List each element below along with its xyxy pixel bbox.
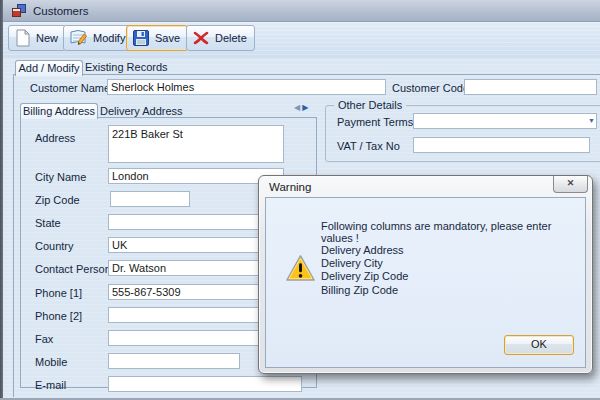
tab-scroll-left-icon[interactable]: ◀ (294, 103, 302, 112)
tab-add-modify[interactable]: Add / Modify (15, 60, 83, 76)
missing-column-item: Delivery Zip Code (321, 270, 408, 283)
tab-scroll-right-icon[interactable]: ▶ (302, 103, 310, 112)
warning-dialog: Warning ✕ Following columns are mandator… (258, 175, 593, 374)
app-form-icon (12, 4, 27, 17)
delete-button[interactable]: Delete (186, 25, 255, 51)
city-name-label: City Name (35, 171, 86, 183)
zip-code-label: Zip Code (35, 194, 80, 206)
warning-triangle-icon (285, 254, 316, 283)
ok-button[interactable]: OK (504, 335, 574, 355)
vat-tax-label: VAT / Tax No (337, 140, 400, 152)
customer-code-label: Customer Code (392, 82, 469, 94)
phone1-label: Phone [1] (35, 287, 82, 299)
email-label: E-mail (35, 379, 66, 391)
customers-window: { "window": { "title": "Customers" }, "t… (0, 0, 600, 400)
fax-label: Fax (35, 333, 53, 345)
save-button-label: Save (155, 32, 180, 44)
payment-terms-label: Payment Terms (337, 116, 413, 128)
tab-billing-address[interactable]: Billing Address (20, 103, 98, 119)
phone2-label: Phone [2] (35, 310, 82, 322)
customer-name-label: Customer Name (30, 82, 110, 94)
edit-pencil-icon (69, 29, 88, 47)
country-label: Country (35, 240, 74, 252)
warning-dialog-title: Warning (269, 181, 311, 193)
contact-person-label: Contact Person (35, 263, 111, 275)
window-left-edge (0, 0, 3, 400)
title-bar[interactable]: Customers (0, 0, 600, 22)
tab-scroll-arrows[interactable]: ◀▶ (294, 103, 310, 112)
address-input[interactable]: 221B Baker St (108, 125, 284, 163)
chevron-down-icon[interactable]: ▼ (588, 117, 595, 124)
new-button-label: New (36, 32, 58, 44)
window-title: Customers (33, 5, 89, 17)
warning-dialog-body: Following columns are mandatory, please … (265, 197, 586, 368)
toolbar: New Modify Save Delete (3, 22, 600, 58)
modify-button[interactable]: Modify (63, 25, 133, 51)
customer-code-input[interactable] (464, 79, 597, 95)
save-button[interactable]: Save (126, 25, 188, 51)
zip-code-input[interactable] (110, 191, 190, 207)
modify-button-label: Modify (93, 32, 125, 44)
missing-columns-list: Delivery Address Delivery City Delivery … (321, 244, 408, 297)
delete-button-label: Delete (215, 32, 247, 44)
close-icon[interactable]: ✕ (553, 176, 588, 193)
mobile-label: Mobile (35, 356, 67, 368)
customer-name-input[interactable] (107, 79, 386, 95)
tab-existing-records[interactable]: Existing Records (82, 61, 171, 75)
tab-delivery-address[interactable]: Delivery Address (100, 105, 183, 117)
missing-column-item: Delivery Address (321, 244, 408, 257)
new-page-icon (14, 29, 31, 47)
warning-message: Following columns are mandatory, please … (321, 220, 571, 244)
state-label: State (35, 217, 61, 229)
save-floppy-icon (132, 29, 150, 47)
mobile-input[interactable] (108, 353, 240, 369)
new-button[interactable]: New (8, 25, 66, 51)
missing-column-item: Billing Zip Code (321, 284, 408, 297)
other-details-legend: Other Details (334, 99, 406, 111)
email-input[interactable] (108, 376, 302, 392)
payment-terms-combo[interactable] (413, 113, 597, 129)
address-label: Address (35, 132, 75, 144)
missing-column-item: Delivery City (321, 257, 408, 270)
delete-x-icon (192, 29, 210, 47)
vat-tax-input[interactable] (413, 137, 590, 153)
